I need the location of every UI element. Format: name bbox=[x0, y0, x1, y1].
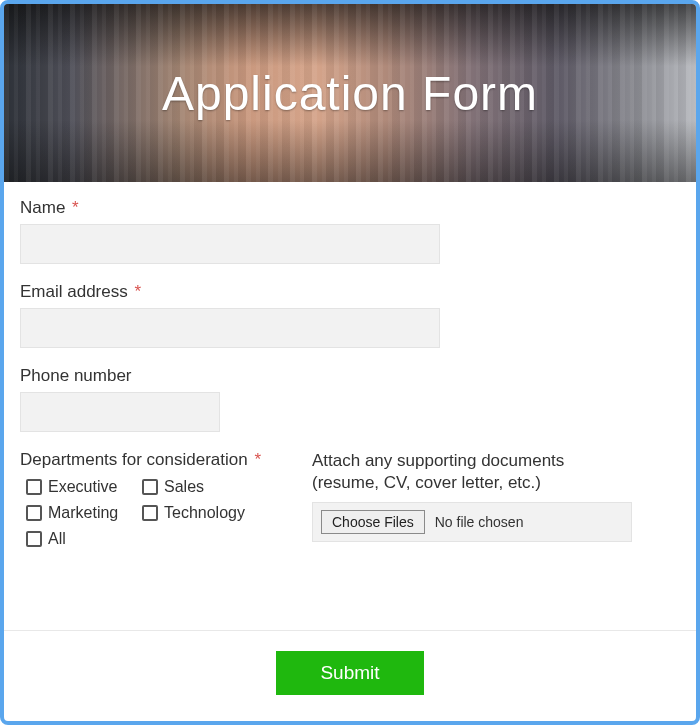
attachments-label: Attach any supporting documents (resume,… bbox=[312, 450, 612, 494]
departments-section: Departments for consideration * Executiv… bbox=[20, 450, 272, 548]
submit-button[interactable]: Submit bbox=[276, 651, 423, 695]
email-required-mark: * bbox=[134, 282, 141, 301]
file-input-container: Choose Files No file chosen bbox=[312, 502, 632, 542]
email-input[interactable] bbox=[20, 308, 440, 348]
form-container: Application Form Name * Email address * … bbox=[0, 0, 700, 725]
file-status-text: No file chosen bbox=[435, 514, 524, 530]
bottom-row: Departments for consideration * Executiv… bbox=[20, 450, 680, 548]
checkbox-box bbox=[26, 479, 42, 495]
checkbox-label: All bbox=[48, 530, 66, 548]
footer: Submit bbox=[4, 631, 696, 721]
field-phone: Phone number bbox=[20, 366, 680, 432]
email-label: Email address * bbox=[20, 282, 680, 302]
phone-input[interactable] bbox=[20, 392, 220, 432]
checkbox-box bbox=[142, 479, 158, 495]
field-email: Email address * bbox=[20, 282, 680, 348]
checkbox-label: Technology bbox=[164, 504, 245, 522]
departments-options: Executive Sales Marketing Technology bbox=[26, 478, 272, 548]
checkbox-box bbox=[26, 505, 42, 521]
name-input[interactable] bbox=[20, 224, 440, 264]
checkbox-marketing[interactable]: Marketing bbox=[26, 504, 136, 522]
checkbox-box bbox=[142, 505, 158, 521]
checkbox-box bbox=[26, 531, 42, 547]
name-label-text: Name bbox=[20, 198, 65, 217]
checkbox-label: Marketing bbox=[48, 504, 118, 522]
checkbox-technology[interactable]: Technology bbox=[142, 504, 272, 522]
form-title: Application Form bbox=[162, 66, 538, 121]
departments-required-mark: * bbox=[254, 450, 261, 469]
checkbox-executive[interactable]: Executive bbox=[26, 478, 136, 496]
attachments-section: Attach any supporting documents (resume,… bbox=[312, 450, 632, 542]
name-required-mark: * bbox=[72, 198, 79, 217]
phone-label-text: Phone number bbox=[20, 366, 132, 385]
checkbox-label: Executive bbox=[48, 478, 117, 496]
form-body: Name * Email address * Phone number Depa… bbox=[4, 182, 696, 631]
phone-label: Phone number bbox=[20, 366, 680, 386]
header-banner: Application Form bbox=[4, 4, 696, 182]
departments-label: Departments for consideration * bbox=[20, 450, 272, 470]
field-name: Name * bbox=[20, 198, 680, 264]
checkbox-all[interactable]: All bbox=[26, 530, 136, 548]
departments-label-text: Departments for consideration bbox=[20, 450, 248, 469]
checkbox-label: Sales bbox=[164, 478, 204, 496]
email-label-text: Email address bbox=[20, 282, 128, 301]
name-label: Name * bbox=[20, 198, 680, 218]
checkbox-sales[interactable]: Sales bbox=[142, 478, 272, 496]
choose-files-button[interactable]: Choose Files bbox=[321, 510, 425, 534]
